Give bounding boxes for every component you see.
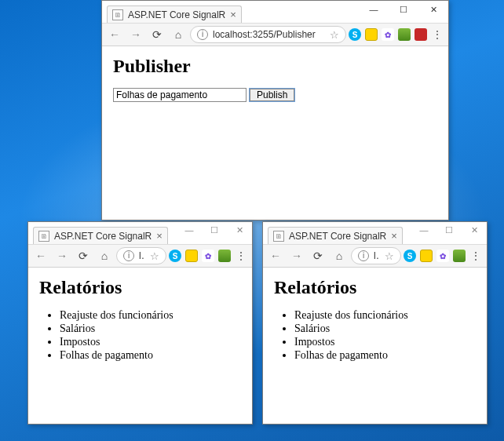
extension-purple-icon[interactable]: ✿ [202, 250, 214, 262]
address-bar[interactable]: i localhost:3... ☆ [116, 247, 166, 264]
url-text: localhost:3... [139, 250, 145, 261]
address-bar[interactable]: i localhost:325... ☆ [351, 247, 401, 264]
bookmark-star-icon[interactable]: ☆ [385, 250, 394, 262]
window-reports-1: Paulo 🗎 ASP.NET Core SignalR × — ☐ ✕ ← →… [27, 221, 253, 425]
extensions: S ✿ [349, 28, 427, 41]
extension-skype-icon[interactable]: S [349, 28, 361, 41]
back-button[interactable]: ← [266, 246, 285, 265]
page-content: Relatórios Reajuste dos funcionários Sal… [28, 268, 252, 424]
titlebar: 🗎 ASP.NET Core SignalR × — ☐ ✕ [102, 1, 448, 23]
reload-button[interactable]: ⟳ [309, 246, 327, 265]
tab-close-icon[interactable]: × [391, 231, 397, 241]
chrome-menu-button[interactable]: ⋮ [429, 28, 445, 41]
tab-close-icon[interactable]: × [156, 231, 163, 241]
reload-button[interactable]: ⟳ [148, 25, 166, 44]
extension-yellow-icon[interactable] [365, 28, 378, 41]
maximize-button[interactable]: ☐ [389, 1, 418, 18]
extension-red-icon[interactable] [415, 28, 427, 41]
page-icon: 🗎 [273, 231, 284, 242]
browser-toolbar: ← → ⟳ ⌂ i localhost:325... ☆ S ✿ ⋮ [263, 244, 487, 268]
titlebar: 🗎 ASP.NET Core SignalR × — ☐ ✕ [28, 222, 252, 244]
site-info-icon[interactable]: i [197, 29, 208, 40]
browser-tab[interactable]: 🗎 ASP.NET Core SignalR × [107, 5, 242, 23]
extension-yellow-icon[interactable] [185, 250, 198, 262]
maximize-button[interactable]: ☐ [436, 222, 462, 238]
bookmark-star-icon[interactable]: ☆ [150, 250, 159, 262]
home-button[interactable]: ⌂ [169, 25, 188, 44]
window-controls: — ☐ ✕ [411, 222, 487, 238]
url-text: localhost:3255/Publisher [213, 29, 325, 40]
browser-toolbar: ← → ⟳ ⌂ i localhost:3... ☆ S ✿ ⋮ [28, 244, 252, 268]
page-title: Publisher [113, 56, 437, 77]
forward-button[interactable]: → [53, 246, 71, 265]
tab-strip: 🗎 ASP.NET Core SignalR × [102, 1, 359, 23]
tab-strip: 🗎 ASP.NET Core SignalR × [28, 222, 177, 244]
reports-list: Reajuste dos funcionários Salários Impos… [60, 309, 241, 362]
chrome-menu-button[interactable]: ⋮ [468, 250, 484, 262]
message-input[interactable] [113, 88, 247, 102]
tab-close-icon[interactable]: × [230, 9, 236, 20]
list-item: Reajuste dos funcionários [294, 309, 476, 322]
tab-strip: 🗎 ASP.NET Core SignalR × [263, 222, 411, 244]
extension-skype-icon[interactable]: S [404, 250, 416, 262]
extension-purple-icon[interactable]: ✿ [382, 28, 394, 41]
publish-row: Publish [113, 88, 437, 102]
publish-button[interactable]: Publish [250, 89, 294, 101]
maximize-button[interactable]: ☐ [202, 222, 227, 238]
window-controls: — ☐ ✕ [359, 1, 448, 18]
extension-purple-icon[interactable]: ✿ [436, 250, 449, 262]
titlebar: 🗎 ASP.NET Core SignalR × — ☐ ✕ [263, 222, 487, 244]
url-text: localhost:325... [374, 250, 380, 261]
site-info-icon[interactable]: i [123, 250, 134, 261]
home-button[interactable]: ⌂ [330, 246, 349, 265]
window-reports-2: Paulo 🗎 ASP.NET Core SignalR × — ☐ ✕ ← →… [262, 221, 488, 425]
browser-toolbar: ← → ⟳ ⌂ i localhost:3255/Publisher ☆ S ✿… [102, 23, 448, 46]
reports-list: Reajuste dos funcionários Salários Impos… [294, 309, 476, 362]
address-bar[interactable]: i localhost:3255/Publisher ☆ [190, 26, 346, 43]
list-item: Impostos [294, 336, 476, 348]
tab-title: ASP.NET Core SignalR [54, 231, 152, 242]
window-controls: — ☐ ✕ [177, 222, 252, 238]
close-button[interactable]: ✕ [227, 222, 252, 238]
extension-yellow-icon[interactable] [420, 250, 433, 262]
list-item: Salários [60, 323, 241, 335]
chrome-menu-button[interactable]: ⋮ [233, 250, 249, 262]
bookmark-star-icon[interactable]: ☆ [330, 29, 339, 41]
tab-title: ASP.NET Core SignalR [128, 9, 225, 20]
minimize-button[interactable]: — [411, 222, 436, 238]
page-content: Relatórios Reajuste dos funcionários Sal… [263, 268, 487, 424]
minimize-button[interactable]: — [177, 222, 202, 238]
minimize-button[interactable]: — [359, 1, 389, 18]
extensions: S ✿ [404, 250, 466, 262]
back-button[interactable]: ← [105, 25, 124, 44]
page-content: Publisher Publish [102, 46, 448, 220]
forward-button[interactable]: → [287, 246, 306, 265]
back-button[interactable]: ← [31, 246, 50, 265]
list-item: Impostos [60, 336, 241, 348]
browser-tab[interactable]: 🗎 ASP.NET Core SignalR × [268, 227, 403, 244]
close-button[interactable]: ✕ [462, 222, 487, 238]
forward-button[interactable]: → [126, 25, 145, 44]
extension-green-icon[interactable] [453, 250, 466, 262]
list-item: Folhas de pagamento [60, 349, 241, 362]
home-button[interactable]: ⌂ [95, 246, 114, 265]
extension-skype-icon[interactable]: S [169, 250, 181, 262]
tab-title: ASP.NET Core SignalR [289, 231, 386, 242]
extension-green-icon[interactable] [218, 250, 231, 262]
list-item: Salários [294, 323, 476, 335]
close-button[interactable]: ✕ [418, 1, 448, 18]
list-item: Folhas de pagamento [294, 349, 476, 362]
extensions: S ✿ [169, 250, 231, 262]
list-item: Reajuste dos funcionários [60, 309, 241, 322]
window-publisher: Paulo 🗎 ASP.NET Core SignalR × — ☐ ✕ ← →… [101, 0, 449, 220]
site-info-icon[interactable]: i [358, 250, 369, 261]
page-title: Relatórios [274, 277, 476, 298]
page-title: Relatórios [39, 277, 241, 298]
page-icon: 🗎 [112, 9, 123, 20]
reload-button[interactable]: ⟳ [74, 246, 93, 265]
browser-tab[interactable]: 🗎 ASP.NET Core SignalR × [33, 227, 168, 244]
page-icon: 🗎 [38, 231, 49, 242]
extension-green-icon[interactable] [398, 28, 411, 41]
